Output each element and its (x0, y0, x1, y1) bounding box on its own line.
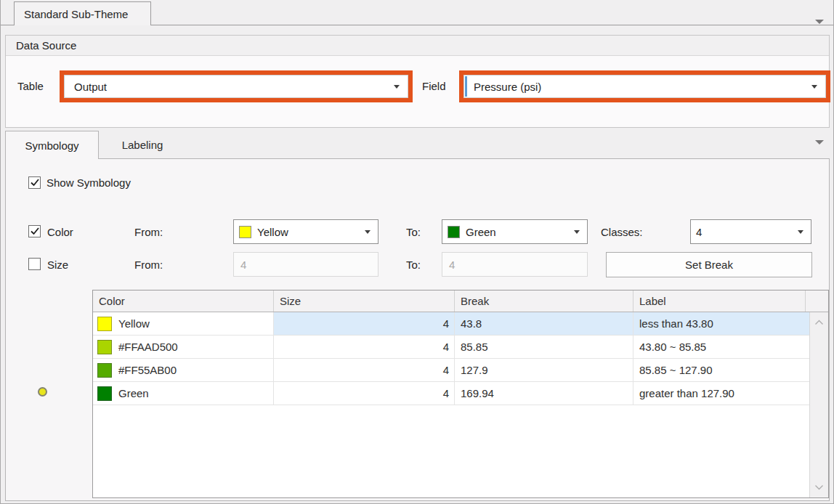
cell-label[interactable]: greater than 127.90 (633, 382, 809, 405)
column-header-break[interactable]: Break (455, 290, 633, 312)
dropdown-arrow-icon (365, 230, 371, 234)
size-label: Size (47, 259, 68, 271)
color-label: Color (47, 226, 73, 238)
color-swatch (97, 363, 112, 378)
cell-size[interactable]: 4 (274, 312, 455, 335)
table-dropdown-highlight: Output (60, 70, 413, 102)
field-label: Field (422, 80, 446, 92)
show-symbology-label: Show Symbology (46, 176, 131, 189)
symbology-panel: Show Symbology Color From: Yellow To: Gr… (5, 158, 830, 501)
size-from-label: From: (134, 259, 163, 271)
tab-symbology-label: Symbology (25, 139, 78, 152)
dropdown-arrow-icon (811, 85, 817, 89)
cell-color[interactable]: Green (93, 382, 274, 405)
table-label: Table (17, 80, 44, 92)
color-checkbox[interactable] (28, 225, 41, 237)
cell-color[interactable]: Yellow (93, 312, 274, 335)
scroll-down-button[interactable] (810, 480, 828, 495)
checkmark-icon (31, 227, 39, 235)
table-row[interactable]: #FF55AB004127.985.85 ~ 127.90 (93, 359, 809, 382)
grid-body: Yellow443.8less than 43.80#FFAAD500485.8… (93, 312, 809, 497)
classes-label: Classes: (601, 226, 643, 238)
cell-color[interactable]: #FFAAD500 (93, 336, 274, 358)
color-from-value: Yellow (257, 226, 288, 238)
data-source-header: Data Source (6, 36, 829, 56)
column-header-stub (806, 290, 828, 312)
node-preview-icon (38, 387, 47, 397)
size-from-value: 4 (240, 259, 246, 271)
tab-labeling-label: Labeling (122, 139, 163, 151)
field-dropdown[interactable]: Pressure (psi) (463, 75, 826, 98)
field-dropdown-highlight: Pressure (psi) (459, 70, 830, 102)
table-dropdown[interactable]: Output (64, 75, 408, 98)
cell-break[interactable]: 169.94 (455, 382, 633, 405)
cell-color-name: #FFAAD500 (118, 341, 178, 353)
size-checkbox[interactable] (28, 258, 41, 270)
table-row[interactable]: Yellow443.8less than 43.80 (93, 312, 809, 336)
cell-break[interactable]: 43.8 (455, 312, 633, 335)
tab-symbology[interactable]: Symbology (5, 131, 99, 159)
data-source-group: Data Source Table Output Field Pressure … (5, 35, 830, 128)
color-from-dropdown[interactable]: Yellow (233, 219, 378, 244)
cell-color-name: #FF55AB00 (118, 364, 177, 376)
cell-size[interactable]: 4 (274, 382, 455, 405)
color-swatch (97, 386, 112, 401)
checkmark-icon (31, 179, 39, 187)
color-to-swatch (448, 226, 460, 238)
cell-label[interactable]: 85.85 ~ 127.90 (633, 359, 809, 381)
dropdown-arrow-icon (394, 85, 400, 89)
set-break-button[interactable]: Set Break (606, 252, 812, 277)
color-to-label: To: (406, 226, 421, 238)
grid-header: Color Size Break Label (93, 290, 828, 312)
top-collapse-arrow-icon[interactable] (815, 20, 824, 24)
scroll-up-button[interactable] (810, 315, 828, 330)
tab-standard-sub-theme-label: Standard Sub-Theme (24, 8, 128, 20)
column-header-size[interactable]: Size (274, 290, 455, 312)
size-to-value: 4 (449, 259, 455, 271)
cell-break[interactable]: 85.85 (455, 336, 633, 358)
cell-break[interactable]: 127.9 (455, 359, 633, 381)
show-symbology-checkbox[interactable] (28, 176, 41, 189)
table-row[interactable]: #FFAAD500485.8543.80 ~ 85.85 (93, 336, 809, 359)
standard-sub-theme-dialog: Standard Sub-Theme Data Source Table Out… (0, 0, 834, 504)
symbology-collapse-arrow-icon[interactable] (815, 140, 824, 145)
focus-caret (465, 76, 467, 97)
field-dropdown-value: Pressure (psi) (471, 81, 541, 93)
color-to-value: Green (466, 226, 496, 238)
classes-dropdown[interactable]: 4 (690, 219, 811, 244)
color-from-swatch (239, 226, 251, 238)
cell-label[interactable]: less than 43.80 (633, 312, 809, 335)
grid-vertical-scrollbar[interactable] (809, 312, 828, 497)
size-from-input[interactable]: 4 (233, 252, 378, 277)
show-symbology-row: Show Symbology (28, 176, 131, 189)
chevron-up-icon (814, 320, 824, 325)
color-to-dropdown[interactable]: Green (442, 219, 588, 244)
color-swatch (97, 317, 112, 331)
cell-color[interactable]: #FF55AB00 (93, 359, 274, 381)
dropdown-arrow-icon (574, 230, 580, 234)
table-dropdown-value: Output (71, 81, 107, 93)
classification-grid: Color Size Break Label Yellow443.8less t… (92, 290, 829, 498)
cell-color-name: Yellow (118, 317, 150, 330)
cell-color-name: Green (118, 387, 149, 399)
table-row[interactable]: Green4169.94greater than 127.90 (93, 382, 809, 405)
column-header-color[interactable]: Color (93, 290, 274, 312)
set-break-label: Set Break (685, 259, 733, 271)
cell-size[interactable]: 4 (274, 359, 455, 381)
cell-size[interactable]: 4 (274, 336, 455, 358)
chevron-down-icon (814, 484, 824, 490)
tab-labeling[interactable]: Labeling (99, 131, 186, 158)
classes-value: 4 (696, 226, 702, 238)
color-from-label: From: (134, 226, 163, 238)
size-to-input[interactable]: 4 (442, 252, 588, 277)
color-swatch (97, 340, 112, 354)
tab-standard-sub-theme[interactable]: Standard Sub-Theme (14, 1, 151, 25)
column-header-label[interactable]: Label (633, 290, 806, 312)
size-to-label: To: (406, 259, 421, 271)
cell-label[interactable]: 43.80 ~ 85.85 (633, 336, 809, 358)
dropdown-arrow-icon (798, 230, 803, 234)
